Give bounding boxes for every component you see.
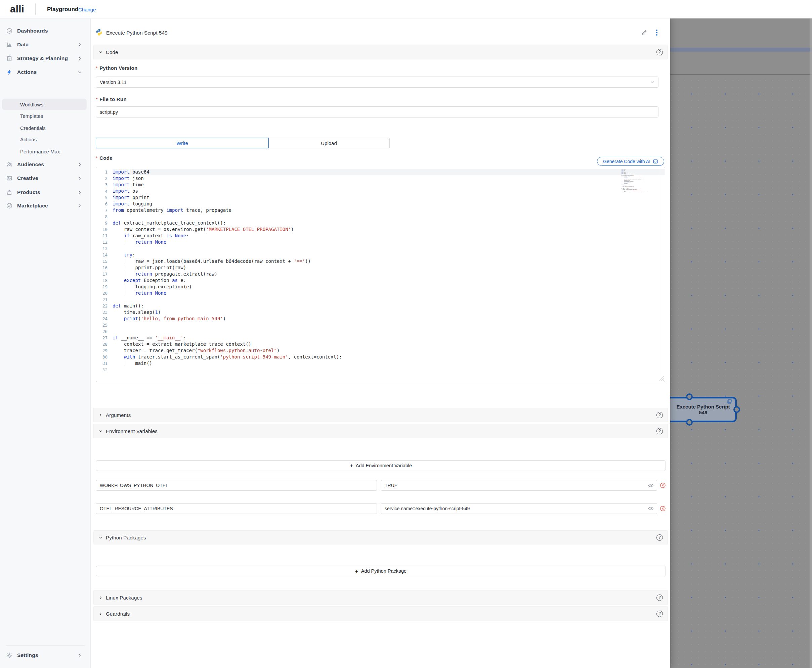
chevron-down-icon	[99, 50, 103, 54]
env-key-input[interactable]: OTEL_RESOURCE_ATTRIBUTES	[96, 503, 377, 514]
env-value-input[interactable]: service.name=execute-python-script-549	[381, 503, 657, 514]
section-label: Python Packages	[106, 535, 146, 541]
edit-title-button[interactable]	[639, 28, 649, 37]
sidebar-item-label: Performance Max	[20, 149, 60, 154]
eye-icon[interactable]	[648, 483, 654, 488]
section-header-guardrails[interactable]: Guardrails ?	[94, 606, 668, 621]
app-root: alli Playground Change Dashboards Data	[0, 0, 812, 668]
python-version-label: *Python Version	[96, 65, 138, 71]
add-python-package-button[interactable]: + Add Python Package	[96, 566, 666, 576]
editor-resize-handle[interactable]	[659, 376, 664, 381]
chevron-right-icon	[99, 596, 103, 600]
sidebar-item-actions[interactable]: Actions	[0, 66, 91, 78]
code-line: 16 pprint.pprint(raw)	[96, 264, 665, 271]
delete-env-row-icon[interactable]	[660, 483, 666, 488]
env-key-input[interactable]: WORKFLOWS_PYTHON_OTEL	[96, 480, 377, 491]
sidebar-item-label: Actions	[20, 137, 37, 142]
help-icon[interactable]: ?	[656, 595, 663, 601]
more-options-button[interactable]	[652, 28, 661, 37]
code-line: 31 main()	[96, 360, 665, 367]
sidebar-item-actions-sub[interactable]: Actions	[0, 134, 91, 145]
code-line: 1import base64	[96, 169, 665, 175]
workflow-canvas[interactable]: Execute Python Script 549	[670, 18, 812, 668]
node-connector-top[interactable]	[686, 393, 693, 400]
code-line: 13	[96, 245, 665, 252]
section-header-environment-variables[interactable]: Environment Variables ?	[94, 424, 668, 438]
tab-write[interactable]: Write	[96, 138, 269, 149]
code-line: 30 with tracer.start_as_current_span('py…	[96, 354, 665, 360]
code-line: 7from opentelemetry import trace, propag…	[96, 207, 665, 214]
env-value-input[interactable]: TRUE	[381, 480, 657, 491]
sidebar-item-marketplace[interactable]: Marketplace	[0, 200, 91, 212]
sidebar-item-label: Actions	[17, 69, 37, 75]
change-workspace-link[interactable]: Change	[78, 7, 96, 12]
code-editor[interactable]: 1import base642import json3import time4i…	[96, 167, 665, 382]
section-label: Guardrails	[106, 611, 130, 617]
add-environment-variable-button[interactable]: + Add Environment Variable	[96, 460, 666, 471]
code-minimap[interactable]: 1import base642import json3import time4i…	[621, 169, 652, 196]
chevron-right-icon	[77, 42, 82, 47]
sidebar-item-label: Templates	[20, 113, 43, 119]
code-line: 19 logging.exception(e)	[96, 284, 665, 290]
code-line: 9def extract_marketplace_trace_context()…	[96, 220, 665, 226]
gear-icon	[7, 652, 12, 658]
code-line: 27if __name__ == '__main__':	[96, 335, 665, 341]
sidebar-item-label: Products	[17, 189, 40, 195]
file-to-run-input[interactable]	[96, 107, 658, 117]
sidebar-item-label: Credentials	[20, 125, 46, 131]
code-line: 15 raw = json.loads(base64.urlsafe_b64de…	[96, 258, 665, 264]
sidebar-item-dashboards[interactable]: Dashboards	[0, 25, 91, 37]
python-version-value: Version 3.11	[100, 80, 127, 85]
delete-env-row-icon[interactable]	[660, 506, 666, 511]
node-title: Execute Python Script 549	[670, 404, 735, 415]
sidebar-item-performance-max[interactable]: Performance Max	[0, 146, 91, 157]
section-header-python-packages[interactable]: Python Packages ?	[94, 530, 668, 544]
sidebar-item-products[interactable]: Products	[0, 186, 91, 199]
sidebar-item-strategy-planning[interactable]: Strategy & Planning	[0, 52, 91, 64]
python-version-select[interactable]: Version 3.11	[96, 77, 658, 88]
section-label: Code	[106, 49, 118, 55]
chevron-right-icon	[77, 176, 82, 180]
node-connector-bottom[interactable]	[686, 419, 693, 426]
section-header-linux-packages[interactable]: Linux Packages ?	[94, 590, 668, 605]
code-line: 22def main():	[96, 303, 665, 309]
copy-icon[interactable]	[727, 399, 732, 404]
plus-icon: +	[355, 568, 358, 574]
sidebar-item-templates[interactable]: Templates	[0, 110, 91, 122]
node-connector-right[interactable]	[733, 406, 740, 413]
code-editor-lines[interactable]: 1import base642import json3import time4i…	[96, 169, 665, 373]
code-line: 20 return None	[96, 290, 665, 296]
code-line: 17 return propagate.extract(raw)	[96, 271, 665, 277]
sidebar-item-label: Data	[17, 42, 28, 48]
help-icon[interactable]: ?	[656, 611, 663, 617]
help-icon[interactable]: ?	[656, 534, 663, 541]
generate-code-with-ai-button[interactable]: Generate Code with AI	[597, 157, 664, 166]
section-header-code[interactable]: Code ?	[94, 45, 668, 59]
sidebar-item-settings[interactable]: Settings	[0, 649, 91, 661]
code-line: 14 try:	[96, 252, 665, 258]
tab-upload[interactable]: Upload	[268, 138, 390, 149]
sidebar-nav: Dashboards Data Strategy & Planning	[0, 18, 91, 668]
section-header-arguments[interactable]: Arguments ?	[94, 408, 668, 422]
sidebar-item-audiences[interactable]: Audiences	[0, 159, 91, 170]
eye-icon[interactable]	[648, 506, 654, 511]
sidebar-item-credentials[interactable]: Credentials	[0, 122, 91, 134]
shopping-bag-icon	[7, 189, 12, 195]
alli-logo: alli	[10, 4, 24, 15]
code-line: 18 except Exception as e:	[96, 277, 665, 284]
section-label: Linux Packages	[106, 595, 142, 601]
canvas-scrollbar[interactable]	[810, 18, 812, 668]
help-icon[interactable]: ?	[656, 49, 663, 55]
workspace-name: Playground	[47, 6, 79, 13]
sidebar-item-creative[interactable]: Creative	[0, 172, 91, 184]
env-value-text: service.name=execute-python-script-549	[385, 506, 470, 511]
file-to-run-label: *File to Run	[96, 96, 127, 102]
code-line: 4import os	[96, 188, 665, 194]
sidebar-item-workflows[interactable]: Workflows	[2, 99, 87, 110]
sidebar-item-data[interactable]: Data	[0, 38, 91, 51]
env-key-value: WORKFLOWS_PYTHON_OTEL	[100, 483, 168, 488]
sidebar-item-label: Settings	[17, 652, 38, 658]
help-icon[interactable]: ?	[656, 428, 663, 434]
code-line: 3import time	[96, 182, 665, 188]
help-icon[interactable]: ?	[656, 412, 663, 418]
